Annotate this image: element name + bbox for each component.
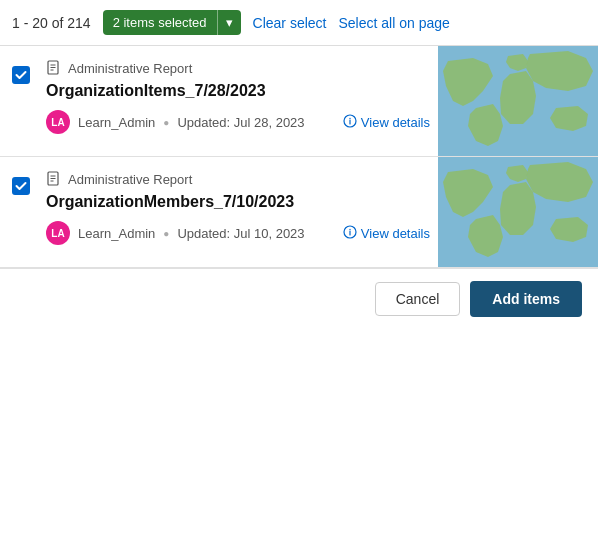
author-1: Learn_Admin [78,115,155,130]
item-checkbox-1[interactable] [12,66,30,84]
list-item: Administrative Report OrganizationMember… [0,157,598,268]
selected-badge-label: 2 items selected [103,10,217,35]
item-title-1: OrganizationItems_7/28/2023 [46,82,430,100]
checkbox-col [0,46,42,156]
updated-2: Updated: Jul 10, 2023 [177,226,304,241]
item-title-2: OrganizationMembers_7/10/2023 [46,193,430,211]
author-2: Learn_Admin [78,226,155,241]
doc-icon [46,60,62,76]
meta-dot-1: ● [163,117,169,128]
svg-point-14 [349,228,350,229]
item-thumbnail-2 [438,157,598,267]
item-bottom-row-1: LA Learn_Admin ● Updated: Jul 28, 2023 V… [46,110,430,134]
checkbox-col [0,157,42,267]
view-details-button-2[interactable]: View details [343,225,430,242]
cancel-button[interactable]: Cancel [375,282,461,316]
doc-icon [46,171,62,187]
info-icon-1 [343,114,357,131]
header-bar: 1 - 20 of 214 2 items selected ▾ Clear s… [0,0,598,46]
item-checkbox-2[interactable] [12,177,30,195]
chevron-down-icon: ▾ [226,15,233,30]
avatar-2: LA [46,221,70,245]
item-bottom-row-2: LA Learn_Admin ● Updated: Jul 10, 2023 V… [46,221,430,245]
svg-point-6 [349,117,350,118]
list-container: Administrative Report OrganizationItems_… [0,46,598,268]
selected-badge[interactable]: 2 items selected ▾ [103,10,241,35]
item-content-1: Administrative Report OrganizationItems_… [42,46,438,156]
selected-badge-dropdown[interactable]: ▾ [217,10,241,35]
pagination-text: 1 - 20 of 214 [12,15,91,31]
item-meta-1: LA Learn_Admin ● Updated: Jul 28, 2023 [46,110,305,134]
avatar-1: LA [46,110,70,134]
footer-bar: Cancel Add items [0,268,598,329]
view-details-button-1[interactable]: View details [343,114,430,131]
list-item: Administrative Report OrganizationItems_… [0,46,598,157]
item-type-1: Administrative Report [46,60,430,76]
item-type-2: Administrative Report [46,171,430,187]
item-content-2: Administrative Report OrganizationMember… [42,157,438,267]
item-type-label-1: Administrative Report [68,61,192,76]
clear-select-button[interactable]: Clear select [253,15,327,31]
item-thumbnail-1 [438,46,598,156]
add-items-button[interactable]: Add items [470,281,582,317]
item-type-label-2: Administrative Report [68,172,192,187]
updated-1: Updated: Jul 28, 2023 [177,115,304,130]
meta-dot-2: ● [163,228,169,239]
info-icon-2 [343,225,357,242]
select-all-button[interactable]: Select all on page [339,15,450,31]
item-meta-2: LA Learn_Admin ● Updated: Jul 10, 2023 [46,221,305,245]
